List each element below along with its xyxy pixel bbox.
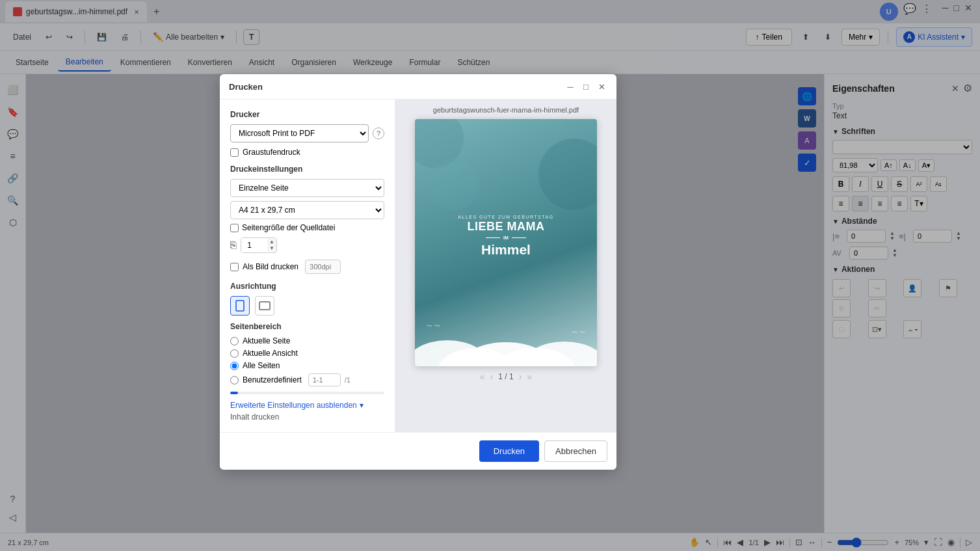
- page-mode-select[interactable]: Einzelne Seite: [230, 179, 384, 197]
- print-settings-title: Druckeinstellungen: [230, 165, 384, 174]
- custom-pages-input[interactable]: [308, 373, 341, 386]
- printer-section-title: Drucker: [230, 110, 384, 119]
- current-view-label: Aktuelle Ansicht: [243, 349, 298, 358]
- prev-line-1: [486, 237, 500, 238]
- printer-info-icon[interactable]: ?: [373, 128, 384, 139]
- orientation-divider: Ausrichtung: [230, 282, 384, 291]
- preview-filename: geburtstagswunsch-fuer-mama-im-himmel.pd…: [433, 106, 579, 114]
- paper-size-select[interactable]: A4 21 x 29,7 cm: [230, 201, 384, 219]
- dialog-header-controls: ─ □ ✕: [564, 81, 607, 92]
- current-page-item: Aktuelle Seite: [230, 336, 384, 345]
- advanced-link[interactable]: Erweiterte Einstellungen ausblenden ▾: [230, 401, 384, 410]
- copies-row: ⎘ ▲ ▼: [230, 237, 384, 253]
- print-form: Drucker Microsoft Print to PDF ? Graustu…: [220, 100, 395, 432]
- print-confirm-btn[interactable]: Drucken: [479, 440, 539, 462]
- custom-suffix: /1: [345, 376, 351, 384]
- printer-select-row: Microsoft Print to PDF ?: [230, 124, 384, 142]
- content-print: Inhalt drucken: [230, 412, 384, 422]
- progress-bar-row: [230, 392, 384, 394]
- all-pages-label: Alle Seiten: [243, 361, 280, 370]
- prev-circle-2: [538, 139, 597, 210]
- adv-arrow: ▾: [360, 401, 364, 410]
- prev-first-btn[interactable]: «: [480, 371, 485, 382]
- prev-divrow: IM: [458, 235, 553, 240]
- grayscale-row: Graustufendruck: [230, 148, 384, 157]
- print-preview: geburtstagswunsch-fuer-mama-im-himmel.pd…: [395, 100, 616, 432]
- dialog-close-btn[interactable]: ✕: [596, 81, 607, 92]
- image-print-row: Als Bild drucken: [230, 260, 384, 274]
- source-size-checkbox[interactable]: [230, 224, 239, 232]
- prev-line-2: [512, 237, 526, 238]
- image-print-label: Als Bild drucken: [243, 262, 298, 271]
- prev-main2: Himmel: [458, 242, 553, 258]
- copies-input-wrap: ▲ ▼: [241, 237, 277, 253]
- dialog-header: Drucken ─ □ ✕: [220, 74, 616, 100]
- dialog-footer: Drucken Abbrechen: [220, 432, 616, 470]
- print-dialog-overlay: Drucken ─ □ ✕ Drucker Microsoft Print to…: [0, 0, 980, 551]
- prev-circle-3: [428, 158, 480, 210]
- orientation-row: [230, 296, 384, 316]
- source-size-label: Seitengröße der Quelldatei: [242, 223, 335, 232]
- portrait-btn[interactable]: [230, 296, 250, 316]
- prev-fwd-btn[interactable]: ›: [519, 371, 522, 382]
- current-view-radio[interactable]: [230, 349, 239, 358]
- current-page-label: Aktuelle Seite: [243, 336, 290, 345]
- current-page-radio[interactable]: [230, 337, 239, 345]
- dialog-body: Drucker Microsoft Print to PDF ? Graustu…: [220, 100, 616, 432]
- prev-text-block: ALLES GUTE ZUM GEBURTSTAG LIEBE MAMA IM …: [458, 215, 553, 258]
- image-print-checkbox[interactable]: [230, 263, 239, 271]
- all-pages-radio[interactable]: [230, 362, 239, 370]
- page-range-group: Aktuelle Seite Aktuelle Ansicht Alle Sei…: [230, 336, 384, 386]
- print-dialog: Drucken ─ □ ✕ Drucker Microsoft Print to…: [220, 74, 616, 470]
- cancel-btn[interactable]: Abbrechen: [544, 440, 607, 462]
- preview-document: ALLES GUTE ZUM GEBURTSTAG LIEBE MAMA IM …: [415, 119, 597, 366]
- prev-main1: LIEBE MAMA: [458, 221, 553, 234]
- custom-pages-item: Benutzerdefiniert /1: [230, 373, 384, 386]
- dialog-restore-btn[interactable]: □: [580, 81, 592, 92]
- copies-spinners: ▲ ▼: [267, 239, 276, 251]
- prev-back-btn[interactable]: ‹: [490, 371, 494, 382]
- progress-bar: [230, 392, 384, 394]
- svg-rect-6: [259, 302, 270, 310]
- copies-down[interactable]: ▼: [267, 245, 276, 252]
- prev-clouds: [415, 327, 597, 366]
- prev-im: IM: [503, 235, 509, 240]
- grayscale-checkbox[interactable]: [230, 148, 239, 157]
- dpi-input[interactable]: [305, 260, 341, 274]
- svg-rect-5: [236, 301, 244, 311]
- custom-radio[interactable]: [230, 376, 239, 384]
- progress-fill: [230, 392, 238, 394]
- landscape-btn[interactable]: [255, 296, 274, 316]
- copies-input[interactable]: [241, 238, 267, 252]
- source-size-row: Seitengröße der Quelldatei: [230, 223, 384, 232]
- all-pages-item: Alle Seiten: [230, 361, 384, 370]
- prev-page-indicator: 1 / 1: [498, 372, 513, 381]
- dialog-title: Drucken: [229, 82, 263, 92]
- copies-icon: ⎘: [230, 239, 237, 251]
- current-view-item: Aktuelle Ansicht: [230, 349, 384, 358]
- custom-label: Benutzerdefiniert: [243, 375, 302, 384]
- prev-text-top: ALLES GUTE ZUM GEBURTSTAG: [458, 215, 553, 219]
- copies-up[interactable]: ▲: [267, 239, 276, 245]
- printer-select[interactable]: Microsoft Print to PDF: [230, 124, 369, 142]
- page-range-divider: Seitenbereich: [230, 322, 384, 331]
- prev-last-btn[interactable]: »: [527, 371, 532, 382]
- preview-nav: « ‹ 1 / 1 › »: [480, 371, 532, 382]
- grayscale-label: Graustufendruck: [243, 148, 300, 157]
- dialog-minimize-btn[interactable]: ─: [564, 81, 576, 92]
